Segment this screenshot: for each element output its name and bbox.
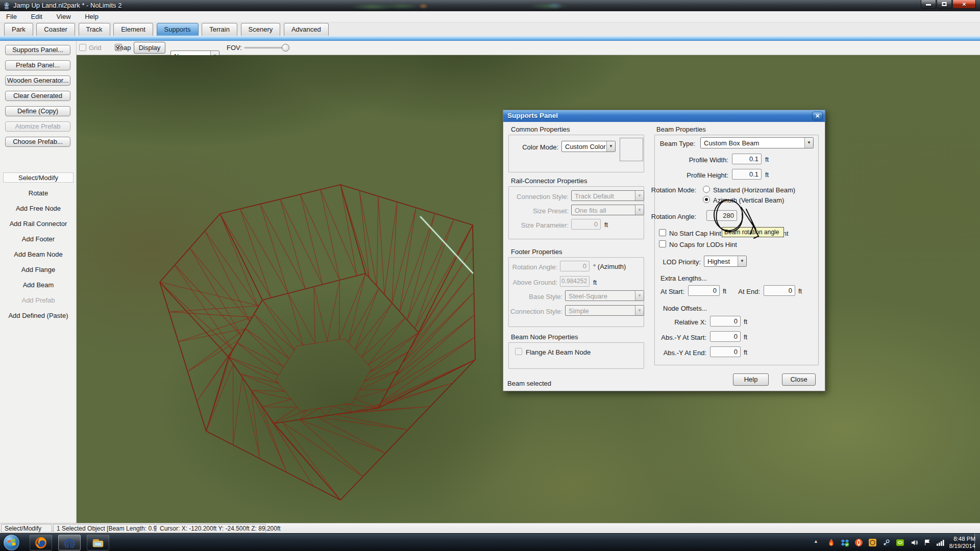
footer-rotation-angle-field[interactable]: 0 (560, 261, 590, 271)
menu-help[interactable]: Help (79, 11, 105, 22)
at-start-field[interactable]: 0 (688, 285, 720, 296)
dialog-titlebar[interactable]: Supports Panel (503, 110, 825, 122)
no-start-cap-checkbox[interactable] (659, 229, 666, 236)
windows-logo-icon (4, 535, 19, 550)
rotation-standard-radio[interactable] (703, 186, 710, 193)
absy-start-field[interactable]: 0 (710, 331, 741, 342)
mode-add-beam-node[interactable]: Add Beam Node (3, 249, 74, 260)
sidebar-choose-prefab-button[interactable]: Choose Prefab... (5, 137, 70, 147)
no-caps-lods-checkbox[interactable] (659, 240, 666, 247)
footer-above-ground-field[interactable]: 0.984252 (560, 276, 590, 287)
taskbar-firefox-button[interactable] (30, 535, 52, 550)
tab-track[interactable]: Track (79, 23, 110, 36)
beam-type-select[interactable]: Custom Box Beam ▼ (700, 137, 814, 148)
mode-add-rail-connector[interactable]: Add Rail Connector (3, 219, 74, 229)
tooltip-beam-rotation-angle: Beam rotation angle (722, 227, 784, 237)
rotation-standard-label: Standard (Horizontal Beam) (713, 186, 795, 194)
flange-checkbox[interactable] (515, 348, 522, 355)
node-offsets-heading: Node Offsets... (663, 305, 707, 312)
restore-button[interactable] (937, 0, 952, 9)
relative-x-label: Relative X: (666, 318, 706, 326)
tab-scenery[interactable]: Scenery (241, 23, 281, 36)
minimize-button[interactable] (921, 0, 936, 9)
sidebar-clear-generated-button[interactable]: Clear Generated (5, 91, 70, 101)
beam-rotation-angle-field[interactable]: 280 (706, 210, 737, 221)
rc-size-preset-select[interactable]: One fits all ▼ (571, 205, 644, 215)
mode-add-footer[interactable]: Add Footer (3, 234, 74, 244)
hidden-icons-arrow[interactable]: ▲ (814, 539, 818, 544)
fov-slider-knob[interactable] (282, 44, 289, 52)
profile-height-field[interactable]: 0.1 (732, 169, 762, 180)
dialog-close-action-button[interactable]: Close (782, 373, 816, 386)
color-swatch[interactable] (620, 138, 643, 161)
origin-icon[interactable] (854, 538, 863, 547)
lod-priority-select[interactable]: Highest ▼ (704, 256, 747, 267)
dropbox-icon[interactable] (841, 538, 849, 547)
steam-icon[interactable] (882, 538, 891, 547)
sidebar-prefab-panel-button[interactable]: Prefab Panel... (5, 60, 70, 70)
taskbar-clock[interactable]: 8:48 PM 8/19/2014 (942, 535, 975, 549)
taskbar-explorer-button[interactable] (87, 535, 109, 550)
mode-add-defined-paste[interactable]: Add Defined (Paste) (3, 311, 74, 321)
window-titlebar[interactable]: Jamp Up Land.nl2park * - NoLimits 2 ✕ (0, 0, 980, 11)
mode-add-flange[interactable]: Add Flange (3, 265, 74, 275)
help-button[interactable]: Help (733, 373, 769, 386)
status-bar: Select/Modify 1 Selected Object [Beam Le… (0, 523, 980, 533)
mode-rotate[interactable]: Rotate (3, 188, 74, 198)
tab-terrain[interactable]: Terrain (202, 23, 237, 36)
menu-edit[interactable]: Edit (25, 11, 48, 22)
sidebar-supports-panel-button[interactable]: Supports Panel... (5, 45, 70, 55)
menu-view[interactable]: View (51, 11, 77, 22)
footer-connection-style-select[interactable]: Simple ▼ (565, 305, 644, 316)
mode-select-modify[interactable]: Select/Modify (3, 172, 74, 183)
clock-date: 8/19/2014 (942, 542, 975, 549)
color-mode-select[interactable]: Custom Color ▼ (561, 141, 616, 152)
nvidia-icon[interactable] (896, 538, 904, 547)
tab-coaster[interactable]: Coaster (36, 23, 75, 36)
show-desktop-button[interactable] (974, 534, 980, 551)
supports-panel-dialog: Supports Panel ✕ Common Properties Color… (503, 110, 825, 391)
minimize-icon (926, 4, 931, 6)
absy-end-field[interactable]: 0 (710, 346, 741, 357)
start-button[interactable] (4, 535, 19, 550)
display-button[interactable]: Display (134, 42, 165, 54)
action-center-flag-icon[interactable] (924, 538, 931, 547)
relative-x-unit: ft (744, 318, 747, 325)
rc-connection-style-select[interactable]: Track Default ▼ (571, 190, 644, 201)
beam-type-label: Beam Type: (656, 140, 695, 147)
mode-add-beam[interactable]: Add Beam (3, 280, 74, 290)
sidebar-wooden-generator-button[interactable]: Wooden Generator... (5, 76, 70, 86)
footer-base-style-select[interactable]: Steel-Square ▼ (565, 290, 644, 301)
chevron-down-icon: ▼ (804, 138, 813, 148)
close-icon: ✕ (962, 2, 966, 7)
mode-add-prefab[interactable]: Add Prefab (3, 295, 74, 306)
dialog-close-button[interactable]: ✕ (812, 112, 823, 120)
rc-size-parameter-field[interactable]: 0 (571, 219, 601, 230)
footer-rotation-angle-unit: ° (Azimuth) (593, 263, 626, 270)
footer-properties-heading: Footer Properties (511, 248, 562, 256)
tab-element[interactable]: Element (113, 23, 153, 36)
sidebar-define-copy-button[interactable]: Define (Copy) (5, 106, 70, 116)
profile-width-field[interactable]: 0.1 (732, 154, 762, 164)
sidebar-atomize-prefab-button[interactable]: Atomize Prefab (5, 121, 70, 132)
rail-connector-group: Connection Style: Track Default ▼ Size P… (508, 186, 644, 239)
relative-x-field[interactable]: 0 (710, 316, 741, 327)
extra-lengths-heading: Extra Lengths... (660, 274, 707, 282)
folder-icon (91, 536, 105, 549)
tab-supports[interactable]: Supports (157, 23, 199, 36)
absy-end-unit: ft (744, 348, 747, 356)
no-caps-lods-label: No Caps for LODs Hint (669, 241, 737, 248)
rotation-mode-label: Rotation Mode: (648, 186, 696, 194)
at-end-field[interactable]: 0 (764, 285, 795, 296)
tab-park[interactable]: Park (4, 23, 33, 36)
taskbar-nolimits-button[interactable] (58, 535, 81, 550)
volume-icon[interactable] (911, 538, 918, 547)
security-icon[interactable] (868, 538, 877, 547)
close-button[interactable]: ✕ (952, 0, 976, 9)
grid-checkbox[interactable] (79, 44, 86, 51)
flame-icon[interactable] (827, 538, 836, 547)
menu-file[interactable]: File (0, 11, 23, 22)
rotation-azimuth-radio[interactable] (703, 196, 710, 203)
tab-advanced[interactable]: Advanced (284, 23, 329, 36)
mode-add-free-node[interactable]: Add Free Node (3, 204, 74, 214)
